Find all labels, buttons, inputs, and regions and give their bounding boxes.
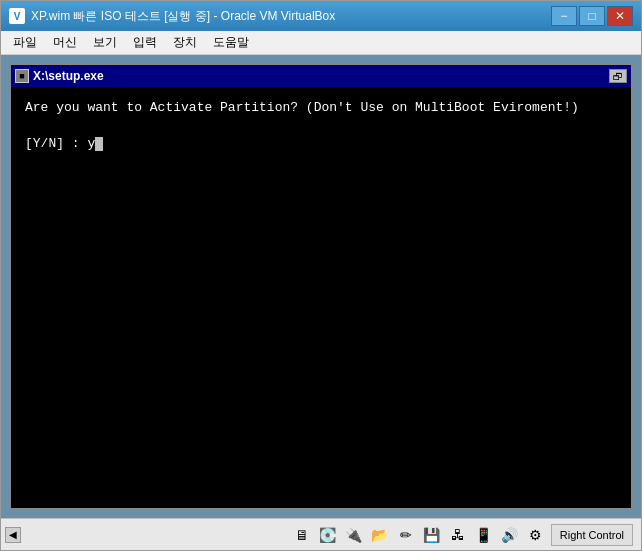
status-icon-network[interactable]: 🔌 (343, 524, 365, 546)
window-title: XP.wim 빠른 ISO 테스트 [실행 중] - Oracle VM Vir… (31, 8, 335, 25)
status-icon-display[interactable]: 🖥 (291, 524, 313, 546)
status-bar: ◀ 🖥 💽 🔌 📂 ✏ 💾 🖧 📱 🔊 ⚙ Right Control (1, 518, 641, 550)
menu-input[interactable]: 입력 (125, 32, 165, 53)
terminal-line-2 (25, 117, 617, 135)
terminal-body[interactable]: Are you want to Activate Partition? (Don… (11, 87, 631, 508)
status-icon-network2[interactable]: 🖧 (447, 524, 469, 546)
status-left: ◀ (5, 527, 21, 543)
inner-window-icon: ■ (15, 69, 29, 83)
restore-button[interactable]: □ (579, 6, 605, 26)
inner-window-title: X:\setup.exe (33, 69, 104, 83)
scroll-left-arrow[interactable]: ◀ (5, 527, 21, 543)
menu-machine[interactable]: 머신 (45, 32, 85, 53)
title-bar-left: V XP.wim 빠른 ISO 테스트 [실행 중] - Oracle VM V… (9, 8, 335, 25)
terminal-line-3: [Y/N] : y (25, 135, 617, 153)
menu-bar: 파일 머신 보기 입력 장치 도움말 (1, 31, 641, 55)
inner-restore-button[interactable]: 🗗 (609, 69, 627, 83)
status-icon-pencil[interactable]: ✏ (395, 524, 417, 546)
status-icon-folder[interactable]: 📂 (369, 524, 391, 546)
status-icon-storage1[interactable]: 💽 (317, 524, 339, 546)
status-icon-settings[interactable]: ⚙ (525, 524, 547, 546)
status-icon-storage2[interactable]: 💾 (421, 524, 443, 546)
title-bar: V XP.wim 빠른 ISO 테스트 [실행 중] - Oracle VM V… (1, 1, 641, 31)
menu-help[interactable]: 도움말 (205, 32, 257, 53)
inner-title-left: ■ X:\setup.exe (15, 69, 104, 83)
menu-view[interactable]: 보기 (85, 32, 125, 53)
status-right: 🖥 💽 🔌 📂 ✏ 💾 🖧 📱 🔊 ⚙ Right Control (291, 524, 637, 546)
cursor (95, 137, 103, 151)
minimize-button[interactable]: − (551, 6, 577, 26)
vm-content-area: ■ X:\setup.exe 🗗 Are you want to Activat… (1, 55, 641, 518)
inner-title-bar: ■ X:\setup.exe 🗗 (11, 65, 631, 87)
menu-devices[interactable]: 장치 (165, 32, 205, 53)
terminal-line-1: Are you want to Activate Partition? (Don… (25, 99, 617, 117)
menu-file[interactable]: 파일 (5, 32, 45, 53)
close-button[interactable]: ✕ (607, 6, 633, 26)
virtualbox-window: V XP.wim 빠른 ISO 테스트 [실행 중] - Oracle VM V… (0, 0, 642, 551)
window-controls: − □ ✕ (551, 6, 633, 26)
vbox-icon: V (9, 8, 25, 24)
status-icon-audio[interactable]: 🔊 (499, 524, 521, 546)
status-icon-usb[interactable]: 📱 (473, 524, 495, 546)
setup-window: ■ X:\setup.exe 🗗 Are you want to Activat… (9, 63, 633, 510)
right-control-button[interactable]: Right Control (551, 524, 633, 546)
